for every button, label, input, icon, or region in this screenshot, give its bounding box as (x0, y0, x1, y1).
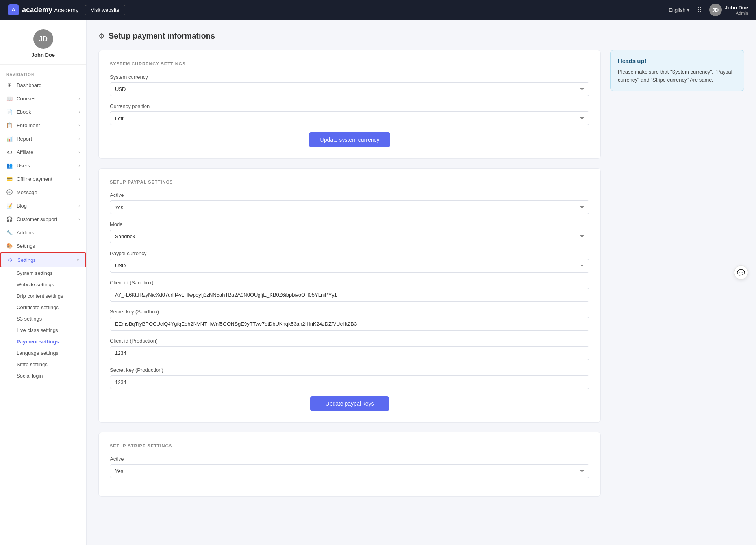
page-header: ⚙ Setup payment informations (98, 32, 744, 41)
paypal-currency-select[interactable]: USD EUR (110, 259, 589, 272)
client-id-prod-form-group: Client id (Production) (110, 338, 589, 360)
chevron-right-icon: › (78, 136, 80, 141)
sidebar-item-users[interactable]: 👥 Users › (0, 159, 86, 172)
update-currency-button[interactable]: Update system currency (309, 132, 391, 147)
sidebar-item-label: Enrolment (17, 122, 40, 128)
sidebar-item-label: Addons (17, 230, 34, 235)
sidebar-item-label: Courses (17, 96, 35, 102)
subnav-social-login[interactable]: Social login (0, 370, 86, 382)
chevron-right-icon: › (78, 203, 80, 208)
client-id-sandbox-input[interactable] (110, 288, 589, 302)
client-id-prod-input[interactable] (110, 346, 589, 360)
stripe-card: SETUP STRIPE SETTINGS Active Yes No (98, 432, 601, 497)
sidebar-item-dashboard[interactable]: ⊞ Dashboard (0, 78, 86, 92)
settings-icon: ⚙ (7, 257, 13, 263)
courses-icon: 📖 (6, 95, 13, 102)
currency-position-form-group: Currency position Left Right (110, 103, 589, 125)
user-role: Admin (725, 11, 748, 15)
currency-section-title: SYSTEM CURRENCY SETTINGS (110, 61, 589, 66)
secret-key-prod-form-group: Secret key (Production) (110, 367, 589, 389)
brand-logo[interactable]: A academy (8, 4, 52, 15)
subnav-system-settings[interactable]: System settings (0, 267, 86, 279)
chevron-right-icon: › (78, 109, 80, 114)
sidebar-item-message[interactable]: 💬 Message (0, 185, 86, 199)
sidebar-item-offline-payment[interactable]: 💳 Offline payment › (0, 172, 86, 185)
subnav-s3-settings[interactable]: S3 settings (0, 313, 86, 324)
paypal-currency-label: Paypal currency (110, 250, 589, 256)
customer-support-icon: 🎧 (6, 216, 13, 222)
user-menu[interactable]: JD John Doe Admin (709, 4, 748, 16)
themes-icon: 🎨 (6, 243, 13, 249)
paypal-section-title: SETUP PAYPAL SETTINGS (110, 180, 589, 184)
paypal-card: SETUP PAYPAL SETTINGS Active Yes No Mode… (98, 168, 601, 423)
sidebar-item-themes[interactable]: 🎨 Settings (0, 239, 86, 252)
sidebar-item-label: Offline payment (17, 176, 52, 182)
avatar: JD (709, 4, 722, 16)
sidebar-item-blog[interactable]: 📝 Blog › (0, 199, 86, 212)
paypal-mode-select[interactable]: Sandbox Live (110, 230, 589, 243)
sidebar: JD John Doe NAVIGATION ⊞ Dashboard 📖 Cou… (0, 20, 87, 545)
blog-icon: 📝 (6, 202, 13, 209)
sidebar-item-report[interactable]: 📊 Report › (0, 132, 86, 145)
subnav-drip-content-settings[interactable]: Drip content settings (0, 290, 86, 302)
topnav-right: English ▾ ⠿ JD John Doe Admin (669, 4, 748, 16)
message-icon: 💬 (6, 189, 13, 195)
sidebar-username: John Doe (32, 52, 55, 58)
info-box-title: Heads up! (618, 57, 737, 64)
secret-key-sandbox-form-group: Secret key (Sandbox) (110, 309, 589, 331)
sidebar-item-label: Settings (17, 257, 36, 263)
stripe-active-form-group: Active Yes No (110, 456, 589, 478)
sidebar-item-ebook[interactable]: 📄 Ebook › (0, 105, 86, 119)
subnav-certificate-settings[interactable]: Certificate settings (0, 302, 86, 313)
offline-payment-icon: 💳 (6, 176, 13, 182)
user-info: John Doe Admin (725, 5, 748, 15)
addons-icon: 🔧 (6, 229, 13, 235)
layout: JD John Doe NAVIGATION ⊞ Dashboard 📖 Cou… (0, 20, 756, 545)
enrolment-icon: 📋 (6, 122, 13, 128)
language-selector[interactable]: English ▾ (669, 7, 690, 13)
sidebar-item-label: Dashboard (17, 82, 42, 88)
settings-subnav: System settings Website settings Drip co… (0, 267, 86, 382)
page-title-icon: ⚙ (98, 32, 105, 41)
chevron-right-icon: › (78, 150, 80, 154)
subnav-smtp-settings[interactable]: Smtp settings (0, 359, 86, 370)
sidebar-avatar: JD (33, 29, 53, 49)
chevron-right-icon: › (78, 163, 80, 168)
paypal-mode-label: Mode (110, 221, 589, 227)
sidebar-item-label: Settings (17, 243, 35, 249)
brand-name: academy (22, 6, 52, 14)
subnav-payment-settings[interactable]: Payment settings (0, 336, 86, 347)
stripe-section-title: SETUP STRIPE SETTINGS (110, 443, 589, 448)
secret-key-prod-label: Secret key (Production) (110, 367, 589, 373)
currency-select[interactable]: USD EUR GBP (110, 82, 589, 96)
paypal-active-select[interactable]: Yes No (110, 200, 589, 214)
chat-bubble[interactable]: 💬 (734, 265, 748, 280)
sidebar-item-label: Users (17, 163, 30, 169)
sidebar-item-enrolment[interactable]: 📋 Enrolment › (0, 119, 86, 132)
sidebar-item-affiliate[interactable]: 🏷 Affiliate › (0, 145, 86, 159)
visit-website-button[interactable]: Visit website (85, 5, 125, 15)
paypal-mode-form-group: Mode Sandbox Live (110, 221, 589, 243)
sidebar-item-courses[interactable]: 📖 Courses › (0, 92, 86, 105)
stripe-active-select[interactable]: Yes No (110, 464, 589, 478)
subnav-live-class-settings[interactable]: Live class settings (0, 324, 86, 336)
secret-key-sandbox-input[interactable] (110, 317, 589, 331)
info-box: Heads up! Please make sure that "System … (610, 50, 744, 91)
sidebar-profile: JD John Doe (0, 20, 86, 65)
top-navigation: A academy Academy Visit website English … (0, 0, 756, 20)
currency-label: System currency (110, 74, 589, 80)
chevron-down-icon: ▾ (77, 258, 79, 263)
currency-position-select[interactable]: Left Right (110, 111, 589, 125)
currency-position-label: Currency position (110, 103, 589, 109)
subnav-language-settings[interactable]: Language settings (0, 347, 86, 359)
sidebar-item-settings[interactable]: ⚙ Settings ▾ (0, 252, 86, 267)
content-row: SYSTEM CURRENCY SETTINGS System currency… (98, 50, 744, 506)
grid-icon[interactable]: ⠿ (697, 6, 702, 14)
sidebar-item-customer-support[interactable]: 🎧 Customer support › (0, 212, 86, 226)
update-paypal-button[interactable]: Update paypal keys (310, 396, 389, 411)
sidebar-item-addons[interactable]: 🔧 Addons (0, 226, 86, 239)
paypal-active-form-group: Active Yes No (110, 192, 589, 214)
secret-key-sandbox-label: Secret key (Sandbox) (110, 309, 589, 315)
subnav-website-settings[interactable]: Website settings (0, 279, 86, 290)
secret-key-prod-input[interactable] (110, 375, 589, 389)
